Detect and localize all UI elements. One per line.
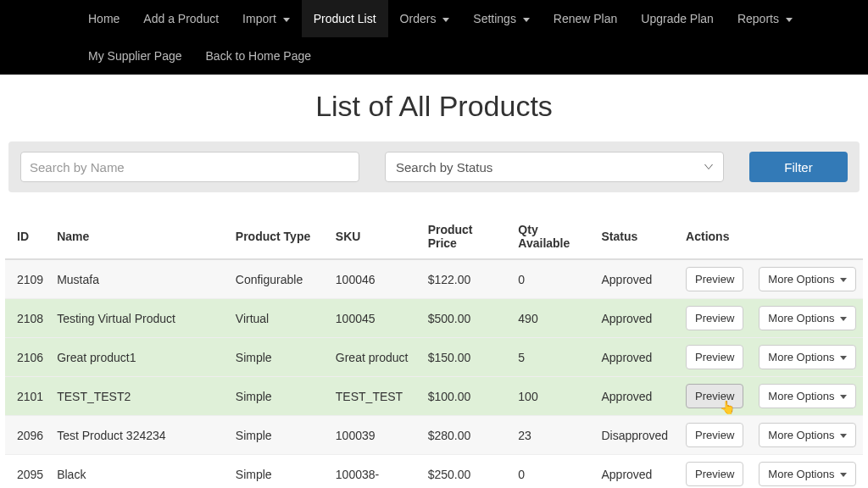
more-options-button[interactable]: More Options	[759, 345, 856, 369]
nav-settings[interactable]: Settings	[461, 0, 541, 37]
cell-name: Testing Virtual Product	[50, 299, 229, 338]
more-options-button[interactable]: More Options	[759, 267, 856, 291]
cell-qty: 0	[511, 259, 594, 299]
preview-button[interactable]: Preview	[686, 384, 743, 408]
col-status: Status	[594, 214, 679, 259]
table-row: 2108Testing Virtual ProductVirtual100045…	[5, 299, 863, 338]
more-options-button[interactable]: More Options	[759, 423, 856, 447]
cell-name: TEST_TEST2	[50, 377, 229, 416]
col-id: ID	[5, 214, 50, 259]
cell-qty: 0	[511, 455, 594, 489]
cell-qty: 490	[511, 299, 594, 338]
cell-status: Disapproved	[594, 416, 679, 455]
col-sku: SKU	[329, 214, 421, 259]
search-name-input[interactable]	[20, 152, 359, 182]
chevron-down-icon	[704, 164, 713, 169]
caret-down-icon	[840, 317, 847, 321]
filter-button[interactable]: Filter	[749, 152, 848, 182]
nav-upgrade-plan[interactable]: Upgrade Plan	[629, 0, 726, 37]
cell-id: 2096	[5, 416, 50, 455]
cell-id: 2101	[5, 377, 50, 416]
cell-actions: PreviewMore Options	[679, 377, 863, 416]
preview-button[interactable]: Preview	[686, 306, 743, 330]
col-product-type: Product Type	[229, 214, 329, 259]
cell-id: 2106	[5, 338, 50, 377]
cell-actions: PreviewMore Options	[679, 455, 863, 489]
page-title: List of All Products	[0, 90, 868, 123]
search-status-select[interactable]: Search by Status	[385, 152, 724, 182]
cell-type: Simple	[229, 338, 329, 377]
cell-actions: PreviewMore Options	[679, 299, 863, 338]
cell-sku: TEST_TEST	[329, 377, 421, 416]
more-options-button[interactable]: More Options	[759, 306, 856, 330]
nav-renew-plan[interactable]: Renew Plan	[542, 0, 630, 37]
cell-sku: 100039	[329, 416, 421, 455]
caret-down-icon	[442, 18, 449, 22]
cell-sku: 100045	[329, 299, 421, 338]
filter-bar: Search by Status Filter	[8, 141, 860, 192]
cell-type: Simple	[229, 416, 329, 455]
cell-type: Simple	[229, 377, 329, 416]
nav-import[interactable]: Import	[231, 0, 302, 37]
caret-down-icon	[523, 18, 530, 22]
col-name: Name	[50, 214, 229, 259]
cell-type: Virtual	[229, 299, 329, 338]
cell-actions: PreviewMore Options	[679, 338, 863, 377]
table-row: 2109MustafaConfigurable100046$122.000App…	[5, 259, 863, 299]
col-product-price: Product Price	[421, 214, 512, 259]
table-row: 2095BlackSimple100038-$250.000ApprovedPr…	[5, 455, 863, 489]
top-navbar: HomeAdd a ProductImport Product ListOrde…	[0, 0, 868, 75]
more-options-button[interactable]: More Options	[759, 384, 856, 408]
cell-qty: 5	[511, 338, 594, 377]
nav-home[interactable]: Home	[76, 0, 131, 37]
cell-actions: PreviewMore Options	[679, 259, 863, 299]
caret-down-icon	[840, 434, 847, 438]
products-table: IDNameProduct TypeSKUProduct PriceQty Av…	[5, 214, 863, 488]
cell-status: Approved	[594, 377, 679, 416]
cell-id: 2108	[5, 299, 50, 338]
nav-my-supplier-page[interactable]: My Supplier Page	[76, 37, 194, 75]
cell-name: Great product1	[50, 338, 229, 377]
table-row: 2106Great product1SimpleGreat product$15…	[5, 338, 863, 377]
col-actions: Actions	[679, 214, 863, 259]
nav-add-a-product[interactable]: Add a Product	[131, 0, 231, 37]
preview-button[interactable]: Preview	[686, 423, 743, 447]
cell-id: 2109	[5, 259, 50, 299]
caret-down-icon	[840, 356, 847, 360]
cell-sku: Great product	[329, 338, 421, 377]
preview-button[interactable]: Preview	[686, 345, 743, 369]
cell-name: Black	[50, 455, 229, 489]
caret-down-icon	[840, 473, 847, 477]
cell-sku: 100046	[329, 259, 421, 299]
caret-down-icon	[840, 278, 847, 282]
cell-qty: 23	[511, 416, 594, 455]
nav-orders[interactable]: Orders	[388, 0, 462, 37]
cell-status: Approved	[594, 338, 679, 377]
cell-status: Approved	[594, 455, 679, 489]
caret-down-icon	[283, 18, 290, 22]
cell-price: $250.00	[421, 455, 512, 489]
cell-price: $150.00	[421, 338, 512, 377]
col-qty-available: Qty Available	[511, 214, 594, 259]
cell-status: Approved	[594, 259, 679, 299]
cell-type: Simple	[229, 455, 329, 489]
status-placeholder: Search by Status	[396, 160, 492, 175]
cell-name: Mustafa	[50, 259, 229, 299]
cell-name: Test Product 324234	[50, 416, 229, 455]
caret-down-icon	[786, 18, 793, 22]
cell-qty: 100	[511, 377, 594, 416]
table-row: 2101TEST_TEST2SimpleTEST_TEST$100.00100A…	[5, 377, 863, 416]
caret-down-icon	[840, 395, 847, 399]
cell-status: Approved	[594, 299, 679, 338]
cell-type: Configurable	[229, 259, 329, 299]
preview-button[interactable]: Preview	[686, 462, 743, 486]
cell-price: $280.00	[421, 416, 512, 455]
more-options-button[interactable]: More Options	[759, 462, 856, 486]
nav-reports[interactable]: Reports	[726, 0, 804, 37]
cell-sku: 100038-	[329, 455, 421, 489]
nav-back-to-home-page[interactable]: Back to Home Page	[194, 37, 324, 75]
table-row: 2096Test Product 324234Simple100039$280.…	[5, 416, 863, 455]
nav-product-list[interactable]: Product List	[302, 0, 388, 37]
cell-price: $100.00	[421, 377, 512, 416]
preview-button[interactable]: Preview	[686, 267, 743, 291]
